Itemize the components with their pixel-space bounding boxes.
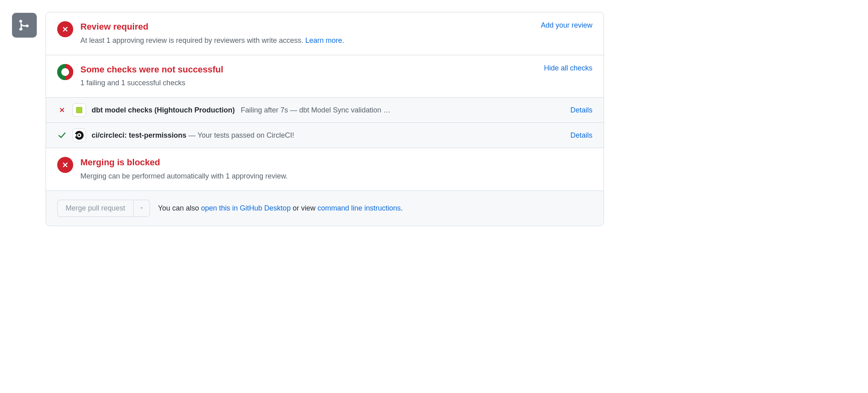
review-required-subtitle: At least 1 approving review is required … (80, 35, 534, 46)
git-merge-icon (12, 13, 37, 38)
checks-list: dbt model checks (Hightouch Production) … (46, 97, 604, 148)
merging-blocked-section: Merging is blocked Merging can be perfor… (46, 148, 604, 190)
check-text: dbt model checks (Hightouch Production) … (92, 106, 565, 114)
x-circle-icon (57, 157, 73, 173)
checks-donut-icon (57, 64, 73, 80)
check-row: dbt model checks (Hightouch Production) … (46, 98, 604, 122)
check-text: ci/circleci: test-permissions — Your tes… (92, 131, 565, 140)
footer-text-suffix: . (401, 204, 403, 212)
checks-summary-section: Some checks were not successful 1 failin… (46, 55, 604, 98)
circleci-app-icon (72, 128, 86, 142)
svg-rect-10 (74, 134, 76, 136)
checks-summary-text: 1 failing and 1 successful checks (80, 78, 537, 88)
check-name: ci/circleci: test-permissions (92, 131, 186, 139)
merge-options-dropdown[interactable] (133, 200, 150, 217)
check-icon (57, 130, 67, 140)
check-message: Failing after 7s — dbt Model Sync valida… (241, 106, 390, 114)
learn-more-link[interactable]: Learn more. (305, 36, 344, 44)
check-row: ci/circleci: test-permissions — Your tes… (46, 122, 604, 148)
review-subtitle-text: At least 1 approving review is required … (80, 36, 305, 44)
check-message: — Your tests passed on CircleCI! (186, 131, 294, 139)
svg-point-9 (78, 134, 80, 136)
merge-footer: Merge pull request You can also open thi… (46, 190, 604, 226)
svg-point-0 (19, 28, 22, 30)
x-icon (57, 105, 67, 115)
add-your-review-link[interactable]: Add your review (541, 21, 592, 29)
open-in-desktop-link[interactable]: open this in GitHub Desktop (201, 204, 291, 212)
command-line-instructions-link[interactable]: command line instructions (318, 204, 401, 212)
merge-footer-text: You can also open this in GitHub Desktop… (158, 204, 403, 213)
merging-blocked-subtitle: Merging can be performed automatically w… (80, 171, 592, 182)
checks-title: Some checks were not successful (80, 64, 537, 76)
hightouch-app-icon (72, 103, 86, 117)
svg-point-1 (26, 24, 28, 27)
review-required-title: Review required (80, 21, 534, 33)
footer-text-prefix: You can also (158, 204, 201, 212)
check-details-link[interactable]: Details (570, 106, 592, 114)
hide-all-checks-link[interactable]: Hide all checks (544, 64, 592, 72)
check-details-link[interactable]: Details (570, 131, 592, 140)
merge-status-panel: Review required At least 1 approving rev… (46, 12, 604, 226)
footer-text-mid: or view (291, 204, 318, 212)
check-name: dbt model checks (Hightouch Production) (92, 106, 235, 114)
merge-pull-request-button[interactable]: Merge pull request (57, 200, 133, 217)
review-required-section: Review required At least 1 approving rev… (46, 12, 604, 55)
caret-down-icon (139, 206, 144, 211)
merging-blocked-title: Merging is blocked (80, 157, 592, 168)
svg-rect-5 (76, 107, 82, 113)
merge-button-group: Merge pull request (57, 200, 150, 217)
x-circle-icon (57, 21, 73, 37)
